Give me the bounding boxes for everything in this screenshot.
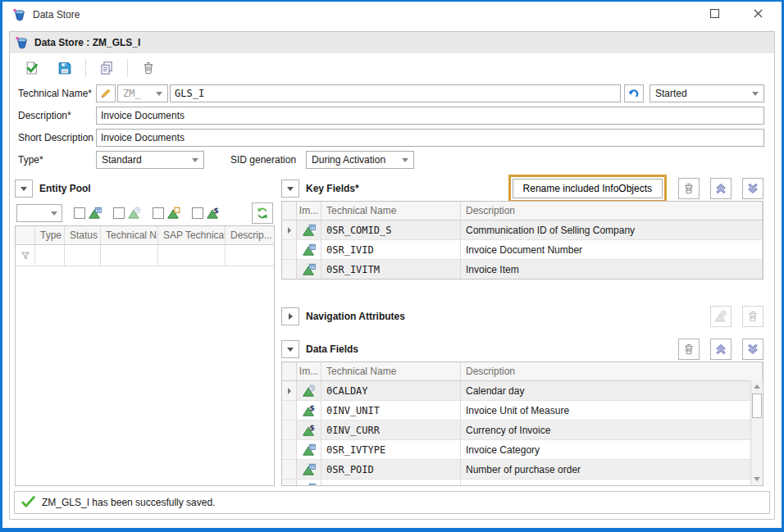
column-header-technical-name[interactable]: Technical Name [321, 202, 461, 220]
prefix-select[interactable]: ZM_ [117, 84, 168, 102]
status-select[interactable]: Started [650, 84, 764, 102]
chevron-down-icon [287, 348, 294, 352]
navigation-attributes-delete-button[interactable] [742, 306, 763, 327]
entity-pool-filter-select[interactable] [16, 204, 62, 222]
time-characteristic-filter-checkbox[interactable] [113, 207, 125, 219]
table-row[interactable]: 0SR_COMID_S Communication ID of Selling … [282, 221, 763, 240]
filter-input-technical-name[interactable] [101, 245, 158, 266]
data-fields-move-up-button[interactable] [710, 339, 732, 360]
column-header-description[interactable]: Descrip... [226, 226, 274, 244]
row-indicator-icon [288, 388, 291, 394]
column-header-im[interactable]: Im... [297, 202, 321, 220]
data-fields-delete-button[interactable] [678, 339, 700, 360]
window-titlebar: Data Store [2, 2, 782, 27]
short-description-input[interactable] [96, 129, 764, 147]
description-cell: Invoice Item [461, 260, 763, 279]
scrollbar-thumb[interactable] [752, 393, 762, 418]
unit-filter-checkbox[interactable] [153, 207, 164, 219]
type-select[interactable]: Standard [96, 151, 204, 169]
add-navigation-attribute-button[interactable] [710, 306, 732, 327]
table-row[interactable]: 0SR_POID Number of purchase order [282, 460, 763, 480]
characteristic-filter-checkbox[interactable] [74, 207, 85, 219]
key-fields-collapse-button[interactable] [281, 180, 299, 198]
sid-generation-select[interactable]: During Activation [306, 151, 414, 169]
sid-generation-label: SID generation [230, 154, 296, 166]
unit-icon [167, 207, 180, 220]
description-label: Description* [18, 110, 96, 121]
technical-name-cell: 0CALDAY [321, 381, 461, 400]
table-row[interactable]: 0SR_IVTYPE Invoice Category [282, 440, 763, 460]
column-header-description[interactable]: Description [461, 362, 763, 380]
description-cell: Calendar day [461, 381, 763, 400]
key-fields-delete-button[interactable] [678, 178, 700, 199]
technical-name-cell: 0SR_POID [321, 460, 461, 479]
save-button[interactable] [52, 57, 77, 80]
key-figure-icon: $ [297, 421, 321, 439]
refresh-button[interactable] [252, 202, 273, 224]
maximize-button[interactable] [707, 5, 722, 24]
filter-input-status[interactable] [65, 245, 101, 266]
scroll-up-button[interactable] [751, 380, 763, 393]
technical-name-cell: 0INV_UNIT [321, 401, 461, 420]
table-row[interactable]: $ 0INV_UNIT Invoice Unit of Measure [282, 401, 763, 421]
description-input[interactable] [96, 107, 764, 125]
rename-included-infoobjects-button[interactable]: Rename included InfoObjects [513, 179, 663, 198]
filter-icon-cell[interactable] [16, 245, 35, 266]
close-button[interactable] [750, 5, 766, 24]
technical-name-cell: 0SR_COMID_S [321, 221, 461, 239]
column-header-description[interactable]: Description [461, 202, 763, 220]
edit-technical-name-button[interactable] [96, 84, 116, 102]
filter-input-sap-technical-name[interactable] [158, 245, 226, 266]
row-indicator-cell [282, 240, 297, 259]
data-fields-collapse-button[interactable] [281, 340, 299, 358]
data-fields-move-down-button[interactable] [742, 339, 763, 360]
chevron-down-icon [156, 92, 162, 96]
filter-input-type[interactable] [35, 245, 65, 266]
delete-icon [682, 182, 695, 195]
data-fields-panel-header: Data Fields [281, 337, 763, 361]
column-header-technical-name[interactable]: Technical N... [101, 226, 158, 244]
technical-name-input[interactable] [170, 84, 621, 102]
table-row[interactable]: 0SR_IVITM Invoice Item [282, 260, 763, 279]
chevron-double-down-icon [746, 182, 759, 195]
chevron-double-up-icon [714, 343, 727, 356]
table-row[interactable]: 0CALDAY Calendar day [282, 381, 763, 401]
column-header-technical-name[interactable]: Technical Name [321, 362, 461, 380]
entity-pool-header-row: Type Status Technical N... SAP Technical… [16, 226, 274, 245]
chevron-down-icon [192, 158, 198, 162]
table-row[interactable]: 0SR_IVID Invoice Document Number [282, 240, 763, 260]
properties-form: Technical Name* ZM_ [10, 83, 774, 173]
entity-pool-collapse-button[interactable] [15, 180, 33, 198]
column-header-sap-technical-name[interactable]: SAP Technical ... [158, 226, 226, 244]
description-cell: Communication ID of Selling Company [461, 221, 763, 239]
key-fields-move-up-button[interactable] [710, 178, 732, 199]
column-header-status[interactable]: Status [65, 226, 101, 244]
table-row[interactable]: $ 0INV_CURR Currency of Invoice [282, 421, 763, 440]
entity-pool-table: Type Status Technical N... SAP Technical… [15, 225, 275, 486]
navigation-attributes-panel-header: Navigation Attributes [281, 304, 763, 329]
key-fields-move-down-button[interactable] [742, 178, 763, 199]
delete-icon [141, 61, 156, 75]
column-header-selector[interactable] [16, 226, 35, 244]
column-header-type[interactable]: Type [35, 226, 65, 244]
maximize-icon [710, 8, 719, 20]
key-fields-title: Key Fields* [306, 183, 359, 194]
filter-input-description[interactable] [226, 245, 274, 266]
navigation-attribute-icon [714, 310, 727, 323]
triangle-up-icon [754, 384, 760, 389]
navigation-attributes-title: Navigation Attributes [306, 311, 405, 322]
copy-button[interactable] [94, 57, 119, 80]
delete-icon [682, 343, 695, 356]
main-area: Entity Pool [10, 173, 774, 486]
scroll-down-button[interactable] [751, 473, 763, 485]
chevron-down-icon [287, 187, 294, 191]
vertical-scrollbar[interactable] [750, 380, 763, 485]
column-header-im[interactable]: Im... [297, 362, 321, 380]
undo-button[interactable] [624, 84, 644, 102]
delete-button[interactable] [136, 57, 161, 80]
table-row[interactable]: 0SR_SCHEDCT Delivery Schedule Line Count… [282, 480, 763, 486]
characteristic-icon [297, 460, 321, 479]
activate-button[interactable] [20, 57, 44, 80]
navigation-attributes-expand-button[interactable] [281, 307, 299, 325]
key-figure-filter-checkbox[interactable] [192, 207, 203, 219]
